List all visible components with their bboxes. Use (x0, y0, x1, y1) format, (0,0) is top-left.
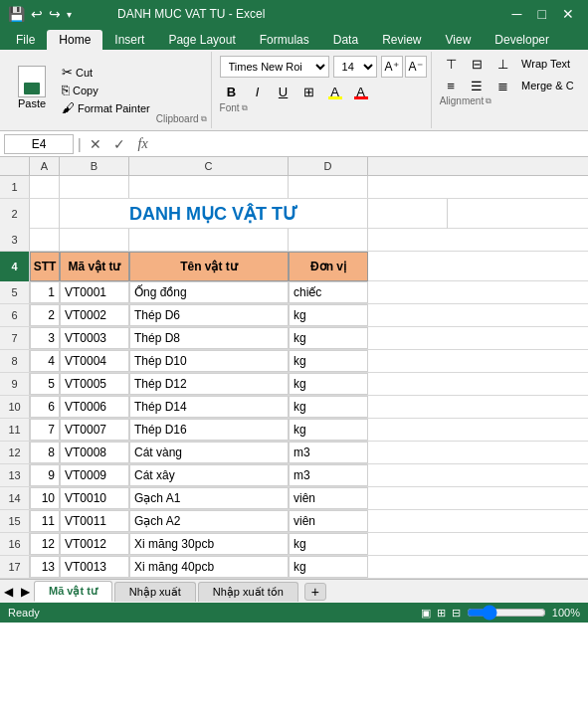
cell-c7[interactable]: Thép D8 (129, 327, 289, 349)
underline-button[interactable]: U (272, 81, 295, 102)
cell-d17[interactable]: kg (289, 556, 368, 578)
confirm-formula-icon[interactable]: ✓ (109, 134, 129, 154)
cell-a15[interactable]: 11 (30, 510, 60, 532)
cell-d11[interactable]: kg (289, 419, 368, 441)
col-header-d[interactable]: D (289, 157, 368, 175)
cell-d7[interactable]: kg (289, 327, 368, 349)
cell-a8[interactable]: 4 (30, 350, 60, 372)
cell-d9[interactable]: kg (289, 373, 368, 395)
cell-a3[interactable] (30, 229, 60, 251)
cell-d3[interactable] (289, 229, 368, 251)
tab-review[interactable]: Review (370, 30, 433, 50)
zoom-slider[interactable] (467, 607, 546, 619)
cell-d6[interactable]: kg (289, 304, 368, 326)
cell-a12[interactable]: 8 (30, 442, 60, 463)
tab-page-layout[interactable]: Page Layout (156, 30, 247, 50)
cell-b1[interactable] (60, 176, 129, 198)
header-ten-vat-tu[interactable]: Tên vật tư (129, 252, 289, 281)
tab-data[interactable]: Data (321, 30, 370, 50)
cell-d13[interactable]: m3 (289, 464, 368, 486)
border-button[interactable]: ⊞ (297, 81, 321, 102)
cell-d15[interactable]: viên (289, 510, 368, 532)
view-layout[interactable]: ⊞ (437, 607, 446, 620)
cell-c8[interactable]: Thép D10 (129, 350, 289, 372)
font-color-button[interactable]: A (349, 81, 373, 102)
cell-a17[interactable]: 13 (30, 556, 60, 578)
cancel-formula-icon[interactable]: ✕ (86, 134, 105, 154)
cell-a13[interactable]: 9 (30, 464, 60, 486)
col-header-c[interactable]: C (129, 157, 289, 175)
add-sheet-button[interactable]: + (304, 583, 326, 601)
cell-c14[interactable]: Gạch A1 (129, 487, 289, 509)
font-name-select[interactable]: Times New Roi (220, 56, 329, 78)
cell-a6[interactable]: 2 (30, 304, 60, 326)
cell-c13[interactable]: Cát xây (129, 464, 289, 486)
sheet-tab-ma-vat-tu[interactable]: Mã vật tư (34, 581, 112, 602)
cell-c1[interactable] (129, 176, 289, 198)
paste-button[interactable]: Paste (8, 54, 56, 126)
cell-a10[interactable]: 6 (30, 396, 60, 418)
sheet-tab-nhap-xuat[interactable]: Nhập xuất (114, 582, 196, 602)
decrease-font-button[interactable]: A⁻ (405, 56, 427, 78)
cell-b3[interactable] (60, 229, 129, 251)
cell-c17[interactable]: Xi măng 40pcb (129, 556, 289, 578)
tab-insert[interactable]: Insert (102, 30, 156, 50)
maximize-button[interactable]: □ (532, 6, 552, 22)
cell-c16[interactable]: Xi măng 30pcb (129, 533, 289, 555)
cell-b13[interactable]: VT0009 (60, 464, 129, 486)
cell-b10[interactable]: VT0006 (60, 396, 129, 418)
cell-b7[interactable]: VT0003 (60, 327, 129, 349)
cell-c9[interactable]: Thép D12 (129, 373, 289, 395)
increase-font-button[interactable]: A⁺ (381, 56, 403, 78)
sheet-tab-nhap-xuat-ton[interactable]: Nhập xuất tồn (198, 582, 298, 602)
cell-c12[interactable]: Cát vàng (129, 442, 289, 463)
cell-d1[interactable] (289, 176, 368, 198)
cell-b12[interactable]: VT0008 (60, 442, 129, 463)
italic-button[interactable]: I (246, 81, 270, 102)
cell-b9[interactable]: VT0005 (60, 373, 129, 395)
header-don-vi[interactable]: Đơn vị (289, 252, 368, 281)
merge-button[interactable]: Merge & C (516, 76, 579, 95)
align-left-button[interactable]: ≡ (439, 76, 463, 95)
cell-d5[interactable]: chiếc (289, 281, 368, 303)
save-icon[interactable]: 💾 (8, 6, 25, 22)
redo-icon[interactable]: ↪ (49, 6, 61, 22)
format-painter-button[interactable]: 🖌 Format Painter (60, 99, 152, 116)
view-pagebreak[interactable]: ⊟ (452, 607, 461, 620)
alignment-expand-icon[interactable]: ⧉ (486, 96, 491, 106)
minimize-button[interactable]: ─ (506, 6, 528, 22)
align-middle-button[interactable]: ⊟ (465, 54, 489, 74)
formula-input[interactable] (157, 134, 584, 154)
insert-function-icon[interactable]: fx (133, 134, 153, 154)
cell-a11[interactable]: 7 (30, 419, 60, 441)
cell-b11[interactable]: VT0007 (60, 419, 129, 441)
cell-a7[interactable]: 3 (30, 327, 60, 349)
clipboard-expand-icon[interactable]: ⧉ (201, 114, 207, 124)
font-expand-icon[interactable]: ⧉ (242, 103, 248, 113)
cell-b5[interactable]: VT0001 (60, 281, 129, 303)
header-stt[interactable]: STT (30, 252, 60, 281)
cell-d10[interactable]: kg (289, 396, 368, 418)
col-header-a[interactable]: A (30, 157, 60, 175)
align-right-button[interactable]: ≣ (490, 76, 514, 95)
cell-b8[interactable]: VT0004 (60, 350, 129, 372)
cell-a14[interactable]: 10 (30, 487, 60, 509)
header-ma-vat-tu[interactable]: Mã vật tư (60, 252, 129, 281)
cell-a5[interactable]: 1 (30, 281, 60, 303)
cell-reference[interactable]: E4 (4, 134, 74, 154)
cell-b17[interactable]: VT0013 (60, 556, 129, 578)
tab-file[interactable]: File (4, 30, 47, 50)
scroll-tabs-left[interactable]: ◀ (4, 585, 13, 599)
cell-a9[interactable]: 5 (30, 373, 60, 395)
tab-view[interactable]: View (434, 30, 484, 50)
tab-developer[interactable]: Developer (483, 30, 561, 50)
title-merged-cell[interactable]: DANH MỤC VẬT TƯ (60, 199, 368, 229)
cell-b6[interactable]: VT0002 (60, 304, 129, 326)
cell-c6[interactable]: Thép D6 (129, 304, 289, 326)
cell-d8[interactable]: kg (289, 350, 368, 372)
cell-a2[interactable] (30, 199, 60, 229)
scroll-tabs-right[interactable]: ▶ (21, 585, 30, 599)
copy-button[interactable]: ⎘ Copy (60, 82, 152, 98)
tab-home[interactable]: Home (47, 30, 102, 50)
quick-access-more[interactable]: ▾ (67, 9, 72, 20)
